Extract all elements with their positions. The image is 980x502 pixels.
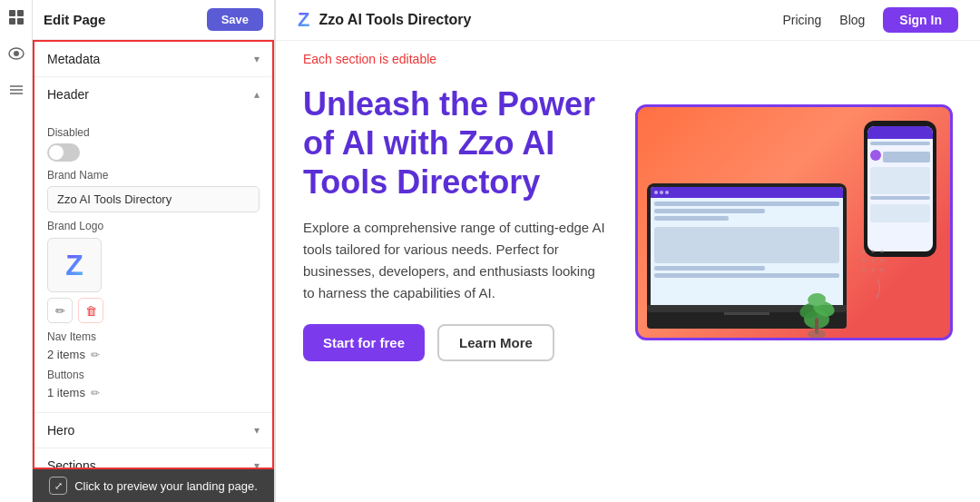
svg-rect-1	[17, 10, 24, 16]
sections-chevron-icon: ▾	[254, 459, 260, 469]
nav-items-value: 2 items	[47, 348, 85, 361]
buttons-label: Buttons	[47, 369, 260, 381]
hero-section-preview: Unleash the Power of AI with Zzo AI Tool…	[276, 66, 980, 379]
svg-point-19	[871, 259, 875, 262]
nav-items-edit-icon[interactable]: ✏	[91, 349, 100, 361]
layers-icon[interactable]	[6, 80, 26, 100]
preview-logo: Z	[298, 8, 309, 32]
pricing-link[interactable]: Pricing	[783, 13, 822, 27]
svg-rect-3	[17, 18, 24, 25]
editable-notice: Each section is editable	[276, 41, 980, 66]
grid-icon[interactable]	[6, 7, 26, 27]
sidebar-icon-panel	[0, 0, 33, 502]
preview-area: Z Zzo AI Tools Directory Pricing Blog Si…	[276, 0, 980, 502]
header-section: Header ▴ Disabled Brand Name Zzo AI Tool…	[34, 77, 272, 413]
svg-point-20	[880, 259, 884, 262]
edit-panel-title: Edit Page	[44, 12, 105, 27]
metadata-label: Metadata	[47, 52, 100, 66]
preview-nav-left: Z Zzo AI Tools Directory	[298, 8, 471, 32]
header-chevron-icon: ▴	[254, 88, 260, 101]
preview-body: Each section is editable Unleash the Pow…	[276, 41, 980, 502]
save-button[interactable]: Save	[207, 8, 263, 31]
svg-point-15	[862, 250, 866, 253]
svg-point-5	[14, 51, 19, 56]
svg-marker-24	[876, 295, 879, 300]
sections-accordion-header[interactable]: Sections ▾	[34, 448, 272, 469]
svg-point-14	[808, 330, 826, 338]
header-accordion-header[interactable]: Header ▴	[34, 77, 272, 112]
expand-icon[interactable]: ⤢	[49, 477, 67, 495]
preview-nav-right: Pricing Blog Sign In	[783, 7, 959, 33]
svg-rect-2	[9, 18, 15, 25]
logo-letter: Z	[65, 249, 83, 282]
hero-section: Hero ▾	[34, 413, 272, 448]
sections-section: Sections ▾	[34, 448, 272, 469]
metadata-section: Metadata ▾	[34, 42, 272, 77]
disabled-toggle[interactable]	[47, 143, 80, 162]
hero-chevron-icon: ▾	[254, 424, 260, 437]
svg-point-23	[880, 268, 884, 271]
buttons-value: 1 items	[47, 386, 85, 399]
phone-mockup	[864, 121, 936, 257]
plant-decoration	[792, 265, 842, 338]
svg-point-16	[871, 250, 875, 253]
preview-nav: Z Zzo AI Tools Directory Pricing Blog Si…	[276, 0, 980, 41]
metadata-chevron-icon: ▾	[254, 53, 260, 65]
edit-logo-button[interactable]: ✏	[47, 298, 73, 323]
brand-logo-label: Brand Logo	[47, 220, 260, 232]
buttons-edit-icon[interactable]: ✏	[91, 387, 100, 399]
blog-link[interactable]: Blog	[839, 13, 865, 27]
sections-label: Sections	[47, 458, 96, 469]
metadata-accordion-header[interactable]: Metadata ▾	[34, 42, 272, 76]
brand-name-value[interactable]: Zzo AI Tools Directory	[47, 186, 260, 212]
buttons-items-row: 1 items ✏	[47, 386, 260, 399]
svg-point-22	[871, 268, 875, 271]
nav-items-row: 2 items ✏	[47, 348, 260, 361]
preview-text: Click to preview your landing page.	[74, 479, 258, 493]
svg-point-17	[880, 250, 884, 253]
header-accordion-content: Disabled Brand Name Zzo AI Tools Directo…	[34, 112, 272, 412]
hero-title: Unleash the Power of AI with Zzo AI Tool…	[303, 84, 608, 202]
learn-more-button[interactable]: Learn More	[437, 324, 554, 361]
sign-in-button[interactable]: Sign In	[883, 7, 958, 33]
brand-name-label: Brand Name	[47, 169, 260, 182]
edit-panel: Edit Page Save Metadata ▾ Header ▴ Disab…	[33, 0, 276, 502]
hero-image	[635, 104, 953, 340]
delete-logo-button[interactable]: 🗑	[78, 298, 103, 323]
edit-panel-header: Edit Page Save	[33, 0, 274, 40]
hero-label: Hero	[47, 423, 74, 438]
start-for-free-button[interactable]: Start for free	[303, 324, 425, 361]
brand-logo-preview: Z	[47, 238, 102, 292]
hero-text: Unleash the Power of AI with Zzo AI Tool…	[303, 84, 608, 361]
nav-items-label: Nav Items	[47, 330, 260, 343]
edit-panel-body: Metadata ▾ Header ▴ Disabled Brand Name …	[33, 40, 274, 469]
preview-site-name: Zzo AI Tools Directory	[318, 12, 471, 28]
hero-description: Explore a comprehensive range of cutting…	[303, 217, 608, 304]
disabled-toggle-row	[47, 143, 260, 162]
svg-point-21	[862, 268, 866, 271]
disabled-label: Disabled	[47, 126, 260, 139]
hero-buttons: Start for free Learn More	[303, 324, 608, 361]
svg-rect-0	[9, 10, 15, 16]
hero-accordion-header[interactable]: Hero ▾	[34, 413, 272, 448]
decorative-dots	[859, 247, 896, 301]
header-label: Header	[47, 87, 89, 102]
eye-icon[interactable]	[6, 44, 26, 64]
logo-actions: ✏ 🗑	[47, 298, 260, 323]
svg-point-18	[862, 259, 866, 262]
preview-bar: ⤢ Click to preview your landing page.	[33, 469, 274, 502]
